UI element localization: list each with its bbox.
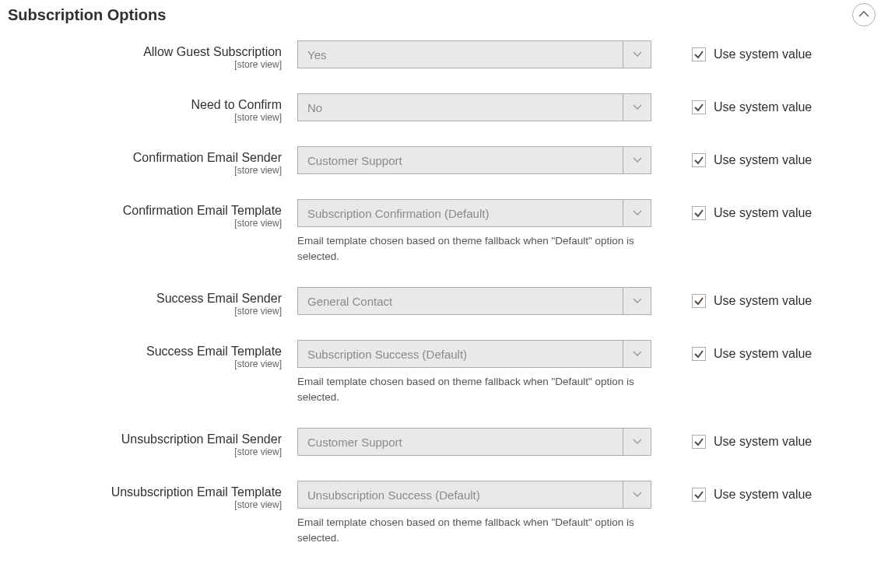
- check-icon: [693, 296, 704, 306]
- dropdown-arrow: [623, 200, 651, 226]
- select-value: Subscription Confirmation (Default): [298, 207, 623, 220]
- field-row-unsub-template: Unsubscription Email Template [store vie…: [8, 481, 880, 545]
- field-row-allow-guest: Allow Guest Subscription [store view] Ye…: [8, 40, 880, 70]
- chevron-up-icon: [858, 11, 869, 19]
- use-system-label[interactable]: Use system value: [714, 435, 812, 449]
- succ-template-select[interactable]: Subscription Success (Default): [297, 340, 651, 368]
- check-icon: [693, 348, 704, 359]
- scope-label: [store view]: [8, 165, 282, 176]
- use-system-label[interactable]: Use system value: [714, 347, 812, 361]
- field-row-conf-template: Confirmation Email Template [store view]…: [8, 199, 880, 264]
- use-default-col: Use system value: [651, 146, 812, 174]
- label-col: Success Email Template [store view]: [8, 340, 297, 369]
- field-row-conf-sender: Confirmation Email Sender [store view] C…: [8, 146, 880, 176]
- scope-label: [store view]: [8, 218, 282, 229]
- scope-label: [store view]: [8, 446, 282, 457]
- check-icon: [693, 489, 704, 500]
- conf-template-select[interactable]: Subscription Confirmation (Default): [297, 199, 651, 227]
- label-col: Confirmation Email Template [store view]: [8, 199, 297, 229]
- label-col: Unsubscription Email Template [store vie…: [8, 481, 297, 510]
- label-col: Need to Confirm [store view]: [8, 93, 297, 123]
- control-col: No: [297, 93, 651, 121]
- check-icon: [693, 49, 704, 60]
- use-default-col: Use system value: [651, 428, 812, 456]
- use-default-col: Use system value: [651, 287, 812, 315]
- check-icon: [693, 155, 704, 166]
- select-value: No: [298, 101, 623, 114]
- select-value: Customer Support: [298, 436, 623, 449]
- dropdown-arrow: [623, 429, 651, 455]
- field-label: Unsubscription Email Sender: [121, 432, 282, 446]
- use-system-label[interactable]: Use system value: [714, 153, 812, 167]
- control-col: Subscription Confirmation (Default) Emai…: [297, 199, 651, 264]
- template-note: Email template chosen based on theme fal…: [297, 515, 651, 545]
- succ-sender-select[interactable]: General Contact: [297, 287, 651, 315]
- dropdown-arrow: [623, 94, 651, 121]
- check-icon: [693, 102, 704, 113]
- use-system-label[interactable]: Use system value: [714, 47, 812, 61]
- chevron-down-icon: [633, 157, 642, 163]
- use-system-checkbox[interactable]: [692, 488, 706, 502]
- conf-sender-select[interactable]: Customer Support: [297, 146, 651, 174]
- field-label: Unsubscription Email Template: [111, 485, 282, 499]
- scope-label: [store view]: [8, 306, 282, 317]
- collapse-toggle-button[interactable]: [852, 3, 876, 26]
- use-system-label[interactable]: Use system value: [714, 206, 812, 220]
- field-label: Need to Confirm: [191, 98, 283, 111]
- scope-label: [store view]: [8, 359, 282, 369]
- use-system-label[interactable]: Use system value: [714, 100, 812, 114]
- control-col: Customer Support: [297, 146, 651, 174]
- field-row-unsub-sender: Unsubscription Email Sender [store view]…: [8, 428, 880, 457]
- field-row-succ-template: Success Email Template [store view] Subs…: [8, 340, 880, 404]
- unsub-sender-select[interactable]: Customer Support: [297, 428, 651, 456]
- allow-guest-select[interactable]: Yes: [297, 40, 651, 68]
- field-label: Confirmation Email Template: [123, 204, 282, 217]
- chevron-down-icon: [633, 51, 642, 58]
- chevron-down-icon: [633, 298, 642, 304]
- label-col: Unsubscription Email Sender [store view]: [8, 428, 297, 457]
- dropdown-arrow: [623, 41, 651, 68]
- use-default-col: Use system value: [651, 199, 812, 227]
- use-system-checkbox[interactable]: [692, 153, 706, 167]
- use-system-label[interactable]: Use system value: [714, 294, 812, 308]
- field-label: Confirmation Email Sender: [133, 151, 282, 164]
- use-system-checkbox[interactable]: [692, 47, 706, 61]
- label-col: Success Email Sender [store view]: [8, 287, 297, 317]
- dropdown-arrow: [623, 341, 651, 367]
- control-col: Subscription Success (Default) Email tem…: [297, 340, 651, 404]
- field-label: Success Email Template: [146, 345, 282, 358]
- field-label: Success Email Sender: [156, 292, 282, 305]
- use-default-col: Use system value: [651, 40, 812, 68]
- use-default-col: Use system value: [651, 481, 812, 509]
- label-col: Allow Guest Subscription [store view]: [8, 40, 297, 70]
- use-system-checkbox[interactable]: [692, 100, 706, 114]
- select-value: General Contact: [298, 295, 623, 308]
- use-default-col: Use system value: [651, 340, 812, 368]
- scope-label: [store view]: [8, 59, 282, 70]
- control-col: General Contact: [297, 287, 651, 315]
- use-system-checkbox[interactable]: [692, 294, 706, 308]
- unsub-template-select[interactable]: Unsubscription Success (Default): [297, 481, 651, 509]
- select-value: Subscription Success (Default): [298, 348, 623, 361]
- check-icon: [693, 436, 704, 447]
- need-confirm-select[interactable]: No: [297, 93, 651, 121]
- section-title: Subscription Options: [8, 6, 166, 24]
- use-system-checkbox[interactable]: [692, 206, 706, 220]
- control-col: Customer Support: [297, 428, 651, 456]
- dropdown-arrow: [623, 481, 651, 508]
- scope-label: [store view]: [8, 499, 282, 510]
- chevron-down-icon: [633, 351, 642, 357]
- check-icon: [693, 208, 704, 219]
- chevron-down-icon: [633, 492, 642, 498]
- template-note: Email template chosen based on theme fal…: [297, 233, 651, 264]
- use-system-label[interactable]: Use system value: [714, 488, 812, 502]
- chevron-down-icon: [633, 104, 642, 110]
- control-col: Yes: [297, 40, 651, 68]
- chevron-down-icon: [633, 210, 642, 216]
- use-system-checkbox[interactable]: [692, 435, 706, 449]
- use-default-col: Use system value: [651, 93, 812, 121]
- use-system-checkbox[interactable]: [692, 347, 706, 361]
- select-value: Unsubscription Success (Default): [298, 488, 623, 502]
- scope-label: [store view]: [8, 112, 282, 123]
- field-row-succ-sender: Success Email Sender [store view] Genera…: [8, 287, 880, 317]
